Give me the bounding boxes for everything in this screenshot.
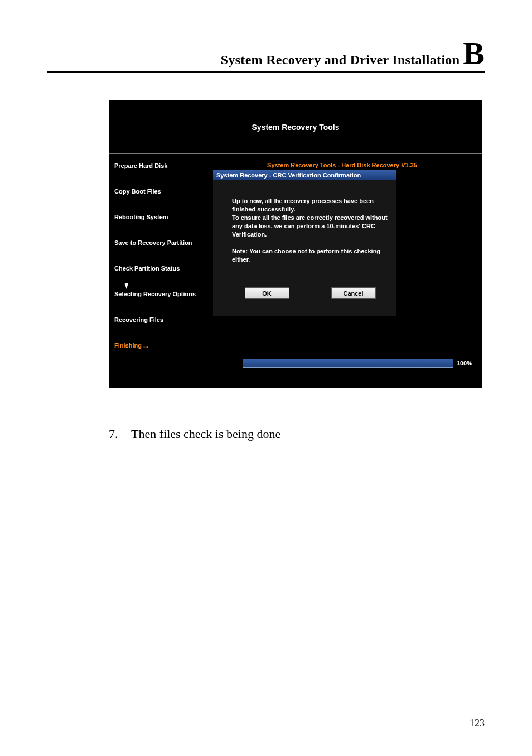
screenshot-container: System Recovery Tools Prepare Hard Disk … <box>109 100 482 388</box>
instruction-step: 7. Then files check is being done <box>109 427 485 441</box>
instruction-text: Then files check is being done <box>131 427 280 441</box>
instruction-number: 7. <box>109 427 131 441</box>
recovery-tool-screenshot: System Recovery Tools Prepare Hard Disk … <box>109 100 482 388</box>
step-selecting-recovery-options: Selecting Recovery Options <box>114 291 212 297</box>
step-finishing: Finishing ... <box>114 342 212 349</box>
step-list: Prepare Hard Disk Copy Boot Files Reboot… <box>109 154 212 376</box>
step-recovering-files: Recovering Files <box>114 316 212 323</box>
ok-button[interactable]: OK <box>245 287 289 299</box>
tool-subtitle: System Recovery Tools - Hard Disk Recove… <box>212 162 472 168</box>
dialog-body: Up to now, all the recovery processes ha… <box>213 180 396 316</box>
crc-dialog: System Recovery - CRC Verification Confi… <box>213 170 396 316</box>
progress-row: 100% <box>243 359 472 368</box>
dialog-message-1: Up to now, all the recovery processes ha… <box>232 197 388 238</box>
step-copy-boot-files: Copy Boot Files <box>114 188 212 195</box>
appendix-letter: B <box>463 39 485 68</box>
dialog-title: System Recovery - CRC Verification Confi… <box>213 170 396 180</box>
step-prepare-hard-disk: Prepare Hard Disk <box>114 162 212 169</box>
progress-bar <box>243 359 453 368</box>
screenshot-title: System Recovery Tools <box>109 100 482 154</box>
step-rebooting-system: Rebooting System <box>114 214 212 220</box>
dialog-button-row: OK Cancel <box>232 287 388 302</box>
header-title: System Recovery and Driver Installation <box>221 52 460 68</box>
progress-percent: 100% <box>457 360 472 367</box>
footer-divider <box>47 714 485 714</box>
page-header: System Recovery and Driver Installation … <box>47 39 485 73</box>
step-save-recovery-partition: Save to Recovery Partition <box>114 239 212 246</box>
step-check-partition-status: Check Partition Status <box>114 265 212 272</box>
dialog-message-2: Note: You can choose not to perform this… <box>232 247 388 264</box>
page-number: 123 <box>470 718 485 729</box>
right-pane: System Recovery Tools - Hard Disk Recove… <box>212 154 482 376</box>
cancel-button[interactable]: Cancel <box>331 287 376 299</box>
